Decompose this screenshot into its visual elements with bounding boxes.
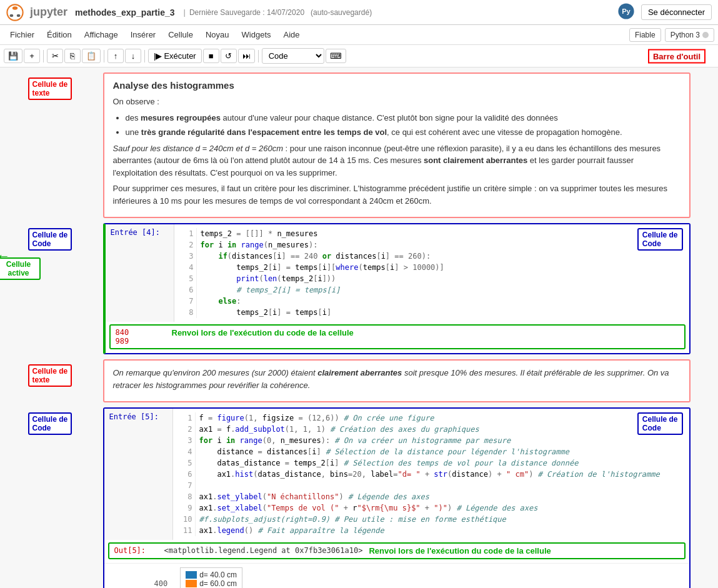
move-up-button[interactable]: ↑ bbox=[107, 49, 124, 63]
output-value-2: <matplotlib.legend.Legend at 0x7fb3e3061… bbox=[164, 546, 363, 555]
chart-legend-area: 400 d= 40.0 cm d= 60.0 cm bbox=[104, 563, 689, 588]
run-icon: |▶ bbox=[154, 51, 162, 61]
cut-button[interactable]: ✂ bbox=[47, 49, 63, 63]
text-cell-1-intro: On observe : bbox=[113, 96, 681, 108]
python-logo-icon: Py bbox=[617, 2, 635, 22]
legend-color-1 bbox=[186, 571, 197, 579]
menu-bar: Fichier Édition Affichage Insérer Cellul… bbox=[0, 25, 718, 45]
notebook-container: Cellule detexte Analyse des histogrammes… bbox=[16, 72, 703, 588]
text-cell-2-label-badge: Cellule detexte bbox=[28, 364, 72, 387]
jupyter-text: jupyter bbox=[30, 6, 67, 19]
text-cell-2: On remarque qu'environ 200 mesures (sur … bbox=[103, 359, 691, 402]
menu-edition[interactable]: Édition bbox=[41, 27, 78, 42]
legend-item-1: d= 40.0 cm bbox=[186, 571, 237, 579]
code-cell-1-output: 840989 Renvoi lors de l'exécution du cod… bbox=[109, 324, 686, 349]
cell-type-select[interactable]: Code Markdown Raw NBConvert bbox=[262, 48, 324, 64]
active-cell-label: Celluleactive bbox=[0, 257, 41, 280]
code-cell-1-prompt: Entrée [4]: bbox=[106, 224, 174, 322]
line-numbers-2: 1234567891011 bbox=[178, 412, 196, 536]
list-item: des mesures regroupées autour d'une vale… bbox=[126, 112, 681, 124]
legend-color-2 bbox=[186, 580, 197, 587]
text-cell-1-para2: Pour supprimer ces mesures, il faut un c… bbox=[113, 182, 681, 207]
menu-widgets[interactable]: Widgets bbox=[236, 27, 277, 42]
toolbar-separator-2 bbox=[104, 50, 104, 62]
jupyter-logo bbox=[6, 4, 24, 21]
svg-point-2 bbox=[17, 14, 21, 16]
menu-fichier[interactable]: Fichier bbox=[4, 27, 41, 42]
code-cell-1: Cellule deCode Entrée [4]: 12345678 bbox=[103, 223, 691, 354]
add-cell-button[interactable]: + bbox=[24, 49, 40, 63]
kernel-status-dot bbox=[702, 32, 709, 38]
code-lines: 12345678 temps_2 = [[]] * n_mesures for … bbox=[179, 228, 684, 318]
kernel-info: Python 3 bbox=[665, 28, 714, 42]
trusted-badge: Fiable bbox=[629, 28, 661, 42]
text-cell-1-label-badge: Cellule detexte bbox=[28, 77, 72, 100]
svg-text:Py: Py bbox=[622, 7, 631, 15]
output-prompt-1: 840989 bbox=[116, 328, 166, 346]
run-label: Exécuter bbox=[164, 51, 196, 61]
text-cell-1-bullets: des mesures regroupées autour d'une vale… bbox=[126, 112, 681, 139]
run-button[interactable]: |▶ Exécuter bbox=[148, 49, 202, 63]
output-prompt-2: Out[5]: bbox=[114, 546, 164, 555]
menu-affichage[interactable]: Affichage bbox=[78, 27, 124, 42]
code-cell-2-row: Cellule deCode Cellule deCode Entrée [5]… bbox=[28, 407, 691, 588]
text-cell-2-content: On remarque qu'environ 200 mesures (sur … bbox=[104, 361, 689, 401]
notebook-title[interactable]: methodes_exp_partie_3 bbox=[75, 7, 175, 17]
text-cell-1-heading: Analyse des histogrammes bbox=[113, 80, 681, 91]
code-cell-2-code: 1234567891011 f = figure(1, figsize = (1… bbox=[173, 409, 689, 540]
keyboard-button[interactable]: ⌨ bbox=[326, 49, 346, 63]
toolbar-separator-1 bbox=[43, 50, 44, 62]
text-cell-1-content: Analyse des histogrammes On observe : de… bbox=[104, 74, 689, 217]
text-cell-2-text: On remarque qu'environ 200 mesures (sur … bbox=[113, 367, 681, 391]
copy-button[interactable]: ⎘ bbox=[64, 49, 81, 63]
svg-point-3 bbox=[10, 14, 14, 16]
text-cell-1: Analyse des histogrammes On observe : de… bbox=[103, 72, 691, 218]
jupyter-logo-icon bbox=[6, 4, 24, 21]
code-lines-2: 1234567891011 f = figure(1, figsize = (1… bbox=[178, 412, 684, 536]
text-cell-2-body[interactable]: On remarque qu'environ 200 mesures (sur … bbox=[103, 359, 691, 402]
line-numbers: 12345678 bbox=[179, 228, 197, 318]
menu-noyau[interactable]: Noyau bbox=[199, 27, 236, 42]
output-label-2: Renvoi lors de l'exécution du code de la… bbox=[369, 546, 551, 556]
toolbar-separator-3 bbox=[144, 50, 145, 62]
notebook: Cellule detexte Analyse des histogrammes… bbox=[0, 67, 718, 588]
output-label-1: Renvoi lors de l'exécution du code de la… bbox=[172, 328, 354, 337]
top-bar: jupyter methodes_exp_partie_3 | Dernière… bbox=[0, 0, 718, 25]
text-cell-1-body[interactable]: Analyse des histogrammes On observe : de… bbox=[103, 72, 691, 218]
text-cell-1-row: Cellule detexte Analyse des histogrammes… bbox=[28, 72, 691, 218]
code-cell-1-row: Cellule deCode ← Celluleactive Cellule d… bbox=[28, 223, 691, 354]
save-button[interactable]: 💾 bbox=[4, 49, 22, 63]
legend-label-2: d= 60.0 cm bbox=[199, 579, 237, 588]
interrupt-button[interactable]: ■ bbox=[203, 49, 219, 63]
paste-button[interactable]: 📋 bbox=[82, 49, 101, 63]
code-cell-1-body[interactable]: Cellule deCode Entrée [4]: 12345678 bbox=[103, 223, 691, 354]
text-cell-2-label: Cellule detexte bbox=[28, 359, 103, 387]
code-cell-2: Cellule deCode Entrée [5]: 1234567891011 bbox=[103, 407, 691, 588]
list-item: une très grande régularité dans l'espace… bbox=[126, 126, 681, 139]
menu-inserer[interactable]: Insérer bbox=[124, 27, 162, 42]
legend-item-2: d= 60.0 cm bbox=[186, 579, 237, 588]
text-cell-1-para1: Sauf pour les distance d = 240cm et d = … bbox=[113, 142, 681, 179]
legend-box: d= 40.0 cm d= 60.0 cm d= 80.0 cm bbox=[180, 567, 242, 588]
restart-button[interactable]: ↺ bbox=[221, 49, 237, 63]
move-down-button[interactable]: ↓ bbox=[125, 49, 141, 63]
code-cell-1-code: 12345678 temps_2 = [[]] * n_mesures for … bbox=[174, 224, 689, 322]
code-cell-2-type-label: Cellule deCode bbox=[637, 412, 683, 435]
code-cell-2-label-badge: Cellule deCode bbox=[28, 412, 72, 435]
code-cell-2-side: Cellule deCode bbox=[28, 407, 103, 435]
code-cell-1-side: Cellule deCode ← Celluleactive bbox=[28, 223, 103, 251]
svg-point-1 bbox=[12, 6, 17, 10]
autosave-info: (auto-sauvegardé) bbox=[311, 8, 372, 17]
menu-aide[interactable]: Aide bbox=[277, 27, 306, 42]
text-cell-1-label: Cellule detexte bbox=[28, 72, 103, 100]
code-cell-2-body[interactable]: Cellule deCode Entrée [5]: 1234567891011 bbox=[103, 407, 691, 588]
restart-run-button[interactable]: ⏭ bbox=[238, 49, 255, 63]
code-cell-2-prompt: Entrée [5]: bbox=[104, 409, 173, 540]
toolbar-separator-4 bbox=[258, 50, 259, 62]
disconnect-button[interactable]: Se déconnecter bbox=[641, 4, 712, 20]
menu-cellule[interactable]: Cellule bbox=[162, 27, 199, 42]
code-content-2: f = figure(1, figsize = (12,6)) # On cré… bbox=[199, 412, 660, 536]
code-cell-1-label-badge: Cellule deCode bbox=[28, 228, 72, 251]
y-axis-label: 400 bbox=[154, 579, 168, 588]
toolbar: 💾 + ✂ ⎘ 📋 ↑ ↓ |▶ Exécuter ■ ↺ ⏭ Code Mar… bbox=[0, 45, 718, 67]
